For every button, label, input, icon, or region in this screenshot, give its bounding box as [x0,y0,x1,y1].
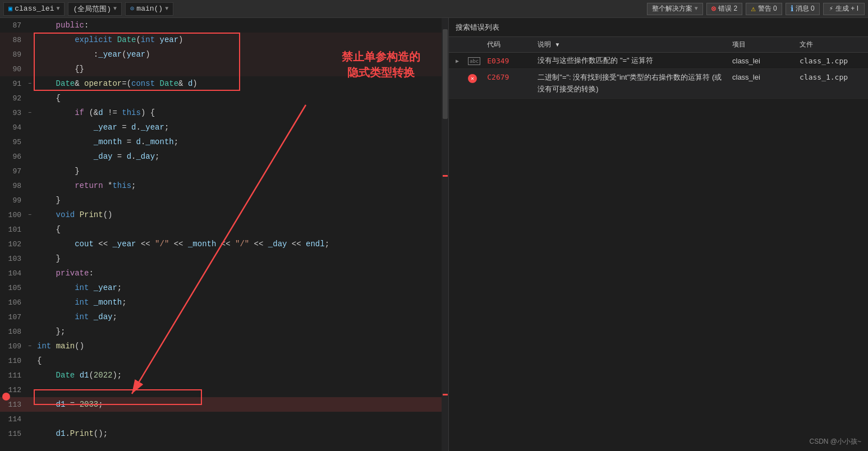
info-icon: ℹ [791,4,793,13]
generate-label: 生成 + I [835,4,858,13]
line-num-107: 107 [0,313,28,321]
error-file-1: class_1.cpp [800,57,848,65]
code-text-90: {} [37,65,84,73]
col-code-header[interactable]: 代码 [483,37,533,53]
code-text-92: { [37,94,61,103]
error-row-1[interactable]: ▶ abc E0349 没有与这些操作数匹配的 "=" 运算符 class_le… [449,53,868,69]
desc-cell-1: 没有与这些操作数匹配的 "=" 运算符 [533,53,728,69]
error-row-2[interactable]: ✕ C2679 二进制"=": 没有找到接受"int"类型的右操作数的运算符 (… [449,69,868,99]
info-badge[interactable]: ℹ 消息 0 [786,3,820,15]
code-text-103: } [37,254,61,263]
error-table: 代码 说明 ▼ 项目 文件 [449,37,868,99]
line-num-90: 90 [0,65,28,73]
code-text-101: { [37,225,61,234]
scope-label: (全局范围) [73,4,111,14]
col-code-label: 代码 [487,40,500,48]
file-label: class_lei [15,4,54,13]
code-line-115: 115 d1.Print(); [0,426,442,441]
line-num-93: 93 [0,109,28,117]
line-num-95: 95 [0,138,28,146]
code-line-109: 109 − int main() [0,339,442,353]
line-num-98: 98 [0,182,28,190]
line-num-111: 111 [0,371,28,380]
collapse-100[interactable]: − [28,212,37,218]
error-desc-1: 没有与这些操作数匹配的 "=" 运算符 [538,56,653,65]
code-line-95: 95 _month = d._month; [0,135,442,149]
error-count-label: 错误 2 [718,4,737,13]
file-dropdown-icon: ▼ [56,6,59,12]
line-num-97: 97 [0,167,28,176]
line-num-88: 88 [0,36,28,44]
code-text-108: }; [37,327,65,336]
icon-cell-2: ✕ [466,69,483,99]
code-line-98: 98 return *this; [0,178,442,193]
error-code-1: E0349 [487,57,509,65]
warning-badge[interactable]: ⚠ 警告 0 [746,3,782,15]
project-cell-2: class_lei [728,69,795,99]
func-dropdown[interactable]: ⊙ main() ▼ [125,2,173,16]
error-x-badge-2: ✕ [468,74,477,83]
code-cell-2: C2679 [483,69,533,99]
error-badge[interactable]: ⊗ 错误 2 [706,3,742,15]
col-project-label: 项目 [732,40,746,48]
code-line-107: 107 int _day; [0,310,442,324]
code-line-103: 103 } [0,251,442,266]
col-desc-header[interactable]: 说明 ▼ [533,37,728,53]
info-count-label: 消息 0 [796,4,815,13]
code-line-108: 108 }; [0,324,442,339]
line-num-106: 106 [0,298,28,307]
collapse-109[interactable]: − [28,343,37,349]
line-num-109: 109 [0,342,28,351]
scroll-indicator-bar [442,18,448,451]
line-num-115: 115 [0,430,28,438]
scope-dropdown[interactable]: (全局范围) ▼ [68,2,122,16]
line-num-104: 104 [0,269,28,278]
code-text-97: } [37,167,80,176]
code-text-88: explicit Date(int year) [37,35,183,44]
code-text-104: private: [37,269,94,278]
file-tab[interactable]: ▣ class_lei ▼ [3,2,65,16]
col-icon [466,37,483,53]
line-num-108: 108 [0,328,28,336]
code-text-110: { [37,356,42,365]
code-text-89: :_year(year) [37,50,150,59]
collapse-91[interactable]: − [28,81,37,87]
error-gutter-circle [2,393,10,401]
line-num-94: 94 [0,123,28,132]
code-line-114: 114 [0,412,442,426]
line-num-87: 87 [0,21,28,30]
code-line-105: 105 int _year; [0,280,442,295]
code-text-113: d1 = 2033; [37,400,103,409]
code-cell-1: E0349 [483,53,533,69]
col-file-label: 文件 [800,40,813,48]
collapse-93[interactable]: − [28,110,37,116]
annotation-text: 禁止单参构造的 隐式类型转换 [342,49,420,80]
icon-cell-1: abc [466,53,483,69]
scroll-handle[interactable] [443,29,448,119]
error-project-1: class_lei [732,57,760,65]
code-line-92: 92 { [0,91,442,105]
expand-cell-1[interactable]: ▶ [449,53,466,69]
code-text-98: return *this; [37,181,136,190]
line-num-102: 102 [0,240,28,248]
editor-panel: 禁止单参构造的 隐式类型转换 87 public: 88 [0,18,449,451]
code-text-87: public: [37,21,89,30]
solution-dropdown-icon: ▼ [695,6,698,12]
col-file-header[interactable]: 文件 [795,37,868,53]
scroll-mark-2 [443,175,448,177]
line-num-92: 92 [0,94,28,103]
generate-button[interactable]: ⚡ 生成 + I [823,3,865,15]
col-project-header[interactable]: 项目 [728,37,795,53]
code-line-100: 100 − void Print() [0,208,442,222]
code-area[interactable]: 87 public: 88 explicit Date(int year) 89… [0,18,448,451]
code-line-97: 97 } [0,164,442,178]
warning-count-label: 警告 0 [758,4,777,13]
line-num-103: 103 [0,255,28,263]
solution-select[interactable]: 整个解决方案 ▼ [647,3,703,15]
expand-cell-2[interactable] [449,69,466,99]
error-project-2: class_lei [732,73,760,81]
solution-label: 整个解决方案 [652,4,692,13]
func-dropdown-icon: ▼ [165,6,168,12]
expand-arrow-1: ▶ [456,58,459,65]
error-code-2: C2679 [487,73,509,81]
